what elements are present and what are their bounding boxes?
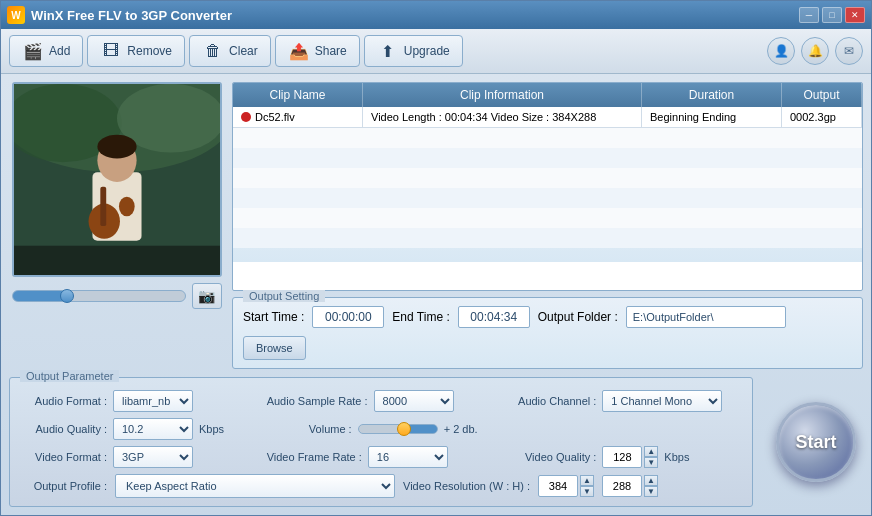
col-output: Output — [782, 83, 862, 107]
toolbar-right: 👤 🔔 ✉ — [767, 37, 863, 65]
spin-up[interactable]: ▲ — [644, 446, 658, 457]
user-icon-1[interactable]: 👤 — [767, 37, 795, 65]
audio-channel-select[interactable]: 1 Channel Mono — [602, 390, 722, 412]
user-icon-3[interactable]: ✉ — [835, 37, 863, 65]
resolution-h-group: ▲ ▼ — [602, 475, 658, 497]
audio-format-label: Audio Format : — [22, 395, 107, 407]
start-time-input[interactable] — [312, 306, 384, 328]
volume-row: Volume : + 2 db. — [267, 418, 496, 440]
audio-format-select[interactable]: libamr_nb — [113, 390, 193, 412]
output-profile-row: Output Profile : Keep Aspect Ratio Video… — [22, 474, 740, 498]
user-icons: 👤 🔔 ✉ — [767, 37, 863, 65]
resolution-w-group: ▲ ▼ — [538, 475, 594, 497]
spin-buttons-h: ▲ ▼ — [644, 475, 658, 497]
param-panel-label: Output Parameter — [20, 370, 119, 382]
preview-image — [14, 82, 220, 277]
spin-h-up[interactable]: ▲ — [644, 475, 658, 486]
spin-down[interactable]: ▼ — [644, 457, 658, 468]
table-body: Dc52.flv Video Length : 00:04:34 Video S… — [233, 107, 862, 262]
table-row[interactable]: Dc52.flv Video Length : 00:04:34 Video S… — [233, 107, 862, 128]
resolution-h-spin: ▲ ▼ — [602, 475, 658, 497]
preview-slider[interactable] — [12, 290, 186, 302]
output-profile-label: Output Profile : — [22, 480, 107, 492]
title-controls: ─ □ ✕ — [799, 7, 865, 23]
share-button[interactable]: 📤 Share — [275, 35, 360, 67]
video-quality-row: Video Quality : ▲ ▼ Kbps — [511, 446, 740, 468]
main-window: W WinX Free FLV to 3GP Converter ─ □ ✕ 🎬… — [0, 0, 872, 516]
svg-point-8 — [118, 197, 134, 217]
spin-buttons-w: ▲ ▼ — [580, 475, 594, 497]
spin-w-down[interactable]: ▼ — [580, 486, 594, 497]
output-folder-input[interactable] — [626, 306, 786, 328]
spin-buttons: ▲ ▼ — [644, 446, 658, 468]
clip-info-value: Video Length : 00:04:34 Video Size : 384… — [371, 111, 596, 123]
resolution-h-input[interactable] — [602, 475, 642, 497]
audio-format-row: Audio Format : libamr_nb — [22, 390, 251, 412]
audio-channel-label: Audio Channel : — [511, 395, 596, 407]
spin-h-down[interactable]: ▼ — [644, 486, 658, 497]
start-wrapper: Start — [761, 377, 871, 515]
upgrade-label: Upgrade — [404, 44, 450, 58]
svg-point-6 — [97, 135, 136, 159]
volume-label: Volume : — [267, 423, 352, 435]
clear-button[interactable]: 🗑 Clear — [189, 35, 271, 67]
audio-channel-row: Audio Channel : 1 Channel Mono — [511, 390, 740, 412]
empty-rows — [233, 128, 862, 248]
app-icon: W — [7, 6, 25, 24]
audio-quality-select[interactable]: 10.2 — [113, 418, 193, 440]
audio-quality-label: Audio Quality : — [22, 423, 107, 435]
video-quality-spin: ▲ ▼ — [602, 446, 658, 468]
title-bar-left: W WinX Free FLV to 3GP Converter — [7, 6, 232, 24]
video-quality-input[interactable] — [602, 446, 642, 468]
col-clip-name: Clip Name — [233, 83, 363, 107]
output-profile-select[interactable]: Keep Aspect Ratio — [115, 474, 395, 498]
clear-icon: 🗑 — [202, 40, 224, 62]
table-header: Clip Name Clip Information Duration Outp… — [233, 83, 862, 107]
duration-value: Beginning Ending — [650, 111, 736, 123]
file-table: Clip Name Clip Information Duration Outp… — [232, 82, 863, 291]
cell-output: 0002.3gp — [782, 107, 862, 127]
add-icon: 🎬 — [22, 40, 44, 62]
camera-button[interactable]: 📷 — [192, 283, 222, 309]
remove-button[interactable]: 🎞 Remove — [87, 35, 185, 67]
audio-sample-rate-row: Audio Sample Rate : 8000 — [267, 390, 496, 412]
preview-placeholder — [14, 84, 220, 275]
minimize-button[interactable]: ─ — [799, 7, 819, 23]
end-time-label: End Time : — [392, 310, 449, 324]
resolution-w-input[interactable] — [538, 475, 578, 497]
video-quality-unit: Kbps — [664, 451, 689, 463]
video-frame-rate-row: Video Frame Rate : 16 — [267, 446, 496, 468]
clip-name-value: Dc52.flv — [255, 111, 295, 123]
add-button[interactable]: 🎬 Add — [9, 35, 83, 67]
video-frame-rate-label: Video Frame Rate : — [267, 451, 362, 463]
start-button[interactable]: Start — [776, 402, 856, 482]
video-frame-rate-select[interactable]: 16 — [368, 446, 448, 468]
user-icon-2[interactable]: 🔔 — [801, 37, 829, 65]
start-time-label: Start Time : — [243, 310, 304, 324]
video-format-select[interactable]: 3GP — [113, 446, 193, 468]
share-label: Share — [315, 44, 347, 58]
param-grid: Audio Format : libamr_nb Audio Sample Ra… — [22, 390, 740, 468]
row-indicator — [241, 112, 251, 122]
upgrade-button[interactable]: ⬆ Upgrade — [364, 35, 463, 67]
output-setting-label: Output Setting — [243, 290, 325, 302]
empty-row — [511, 418, 740, 440]
video-format-label: Video Format : — [22, 451, 107, 463]
remove-icon: 🎞 — [100, 40, 122, 62]
output-parameter-panel: Output Parameter Audio Format : libamr_n… — [9, 377, 753, 507]
end-time-input[interactable] — [458, 306, 530, 328]
file-list-panel: Clip Name Clip Information Duration Outp… — [232, 82, 863, 369]
svg-rect-10 — [14, 246, 220, 275]
cell-duration: Beginning Ending — [642, 107, 782, 127]
clear-label: Clear — [229, 44, 258, 58]
spin-w-up[interactable]: ▲ — [580, 475, 594, 486]
output-row: Start Time : End Time : Output Folder : … — [243, 306, 852, 360]
browse-button[interactable]: Browse — [243, 336, 306, 360]
audio-sample-rate-select[interactable]: 8000 — [374, 390, 454, 412]
volume-slider[interactable] — [358, 424, 438, 434]
maximize-button[interactable]: □ — [822, 7, 842, 23]
close-button[interactable]: ✕ — [845, 7, 865, 23]
title-bar: W WinX Free FLV to 3GP Converter ─ □ ✕ — [1, 1, 871, 29]
share-icon: 📤 — [288, 40, 310, 62]
audio-quality-unit: Kbps — [199, 423, 224, 435]
